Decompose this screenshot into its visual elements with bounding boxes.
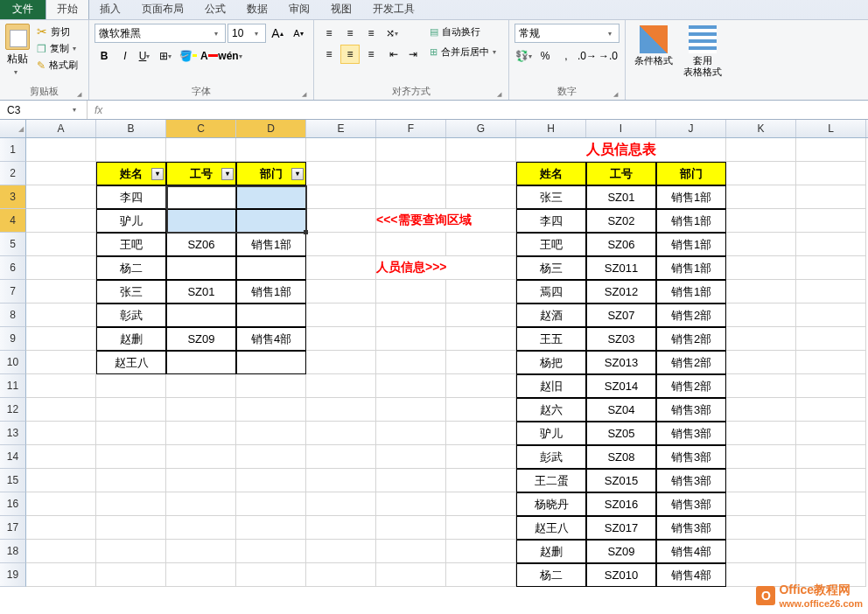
format-painter-button[interactable]: ✎格式刷	[33, 58, 83, 73]
cell-B11[interactable]	[96, 374, 166, 398]
row-header-18[interactable]: 18	[0, 540, 26, 563]
cell-K4[interactable]	[726, 209, 796, 233]
tab-home[interactable]: 开始	[46, 0, 89, 19]
cell-A12[interactable]	[26, 398, 96, 422]
cell-E17[interactable]	[306, 516, 376, 540]
cell-L8[interactable]	[796, 304, 866, 327]
cell-L10[interactable]	[796, 351, 866, 374]
cell-B10[interactable]: 赵王八	[96, 351, 166, 374]
cell-D6[interactable]	[236, 256, 306, 280]
tab-file[interactable]: 文件	[0, 0, 46, 19]
cell-D19[interactable]	[236, 563, 306, 587]
cell-C6[interactable]	[166, 256, 236, 280]
decrease-decimal-button[interactable]: →.0	[598, 46, 618, 66]
cell-D10[interactable]	[236, 351, 306, 374]
cell-K2[interactable]	[726, 162, 796, 185]
cell-D14[interactable]	[236, 445, 306, 469]
cell-L18[interactable]	[796, 540, 866, 563]
cell-F11[interactable]	[376, 374, 446, 398]
cell-D17[interactable]	[236, 516, 306, 540]
cell-K14[interactable]	[726, 445, 796, 469]
cell-D5[interactable]: 销售1部	[236, 233, 306, 256]
cell-G2[interactable]	[446, 162, 516, 185]
cell-L16[interactable]	[796, 492, 866, 516]
cell-A15[interactable]	[26, 469, 96, 492]
cell-J11[interactable]: 销售2部	[656, 374, 726, 398]
cell-E13[interactable]	[306, 422, 376, 445]
cell-B1[interactable]	[96, 138, 166, 162]
cell-D9[interactable]: 销售4部	[236, 327, 306, 351]
cell-J5[interactable]: 销售1部	[656, 233, 726, 256]
cell-C10[interactable]	[166, 351, 236, 374]
cell-I5[interactable]: SZ06	[586, 233, 656, 256]
cell-E5[interactable]	[306, 233, 376, 256]
table-format-button[interactable]: 套用 表格格式	[680, 24, 725, 100]
cell-F9[interactable]	[376, 327, 446, 351]
cell-K3[interactable]	[726, 185, 796, 209]
cell-E12[interactable]	[306, 398, 376, 422]
cell-B14[interactable]	[96, 445, 166, 469]
cell-E3[interactable]	[306, 185, 376, 209]
cell-F18[interactable]	[376, 540, 446, 563]
row-header-17[interactable]: 17	[0, 516, 26, 540]
cell-I9[interactable]: SZ03	[586, 327, 656, 351]
cell-A6[interactable]	[26, 256, 96, 280]
cell-I18[interactable]: SZ09	[586, 540, 656, 563]
cell-H18[interactable]: 赵删	[516, 540, 586, 563]
cell-J7[interactable]: 销售1部	[656, 280, 726, 304]
cell-L5[interactable]	[796, 233, 866, 256]
wrap-text-button[interactable]: ▤自动换行	[426, 24, 503, 40]
spreadsheet-grid[interactable]: ABCDEFGHIJKL 123456789101112131415161718…	[0, 120, 868, 610]
cell-L17[interactable]	[796, 516, 866, 540]
cell-I19[interactable]: SZ010	[586, 563, 656, 587]
cell-L12[interactable]	[796, 398, 866, 422]
cell-H17[interactable]: 赵王八	[516, 516, 586, 540]
cell-F12[interactable]	[376, 398, 446, 422]
filter-dropdown-icon[interactable]: ▾	[151, 168, 164, 180]
cell-I16[interactable]: SZ016	[586, 492, 656, 516]
cell-K8[interactable]	[726, 304, 796, 327]
grow-font-button[interactable]: A▴	[268, 24, 287, 43]
filter-dropdown-icon[interactable]: ▾	[221, 168, 234, 180]
cell-L11[interactable]	[796, 374, 866, 398]
italic-button[interactable]: I	[116, 46, 135, 66]
cell-A9[interactable]	[26, 327, 96, 351]
cell-H5[interactable]: 王吧	[516, 233, 586, 256]
cell-D18[interactable]	[236, 540, 306, 563]
row-header-12[interactable]: 12	[0, 398, 26, 422]
fill-color-button[interactable]: 🪣	[178, 46, 198, 66]
cell-E8[interactable]	[306, 304, 376, 327]
cell-B8[interactable]: 彰武	[96, 304, 166, 327]
cell-K11[interactable]	[726, 374, 796, 398]
cell-G9[interactable]	[446, 327, 516, 351]
orientation-button[interactable]: ⤭▾	[384, 24, 403, 43]
col-header-F[interactable]: F	[376, 120, 446, 137]
cell-G11[interactable]	[446, 374, 516, 398]
cell-H16[interactable]: 杨晓丹	[516, 492, 586, 516]
cell-A2[interactable]	[26, 162, 96, 185]
cell-K9[interactable]	[726, 327, 796, 351]
cell-F15[interactable]	[376, 469, 446, 492]
cell-K18[interactable]	[726, 540, 796, 563]
cell-C8[interactable]	[166, 304, 236, 327]
cell-D4[interactable]	[236, 209, 306, 233]
decrease-indent-button[interactable]: ⇤	[384, 45, 403, 64]
cell-I15[interactable]: SZ015	[586, 469, 656, 492]
cell-G10[interactable]	[446, 351, 516, 374]
cell-J13[interactable]: 销售3部	[656, 422, 726, 445]
cell-B3[interactable]: 李四	[96, 185, 166, 209]
cell-E18[interactable]	[306, 540, 376, 563]
cell-J18[interactable]: 销售4部	[656, 540, 726, 563]
cell-F2[interactable]	[376, 162, 446, 185]
cell-F13[interactable]	[376, 422, 446, 445]
cell-C11[interactable]	[166, 374, 236, 398]
cell-E11[interactable]	[306, 374, 376, 398]
cell-A16[interactable]	[26, 492, 96, 516]
cell-A5[interactable]	[26, 233, 96, 256]
cell-L3[interactable]	[796, 185, 866, 209]
cell-F5[interactable]	[376, 233, 446, 256]
cell-C15[interactable]	[166, 469, 236, 492]
cell-E1[interactable]	[306, 138, 376, 162]
cell-F16[interactable]	[376, 492, 446, 516]
cell-C16[interactable]	[166, 492, 236, 516]
